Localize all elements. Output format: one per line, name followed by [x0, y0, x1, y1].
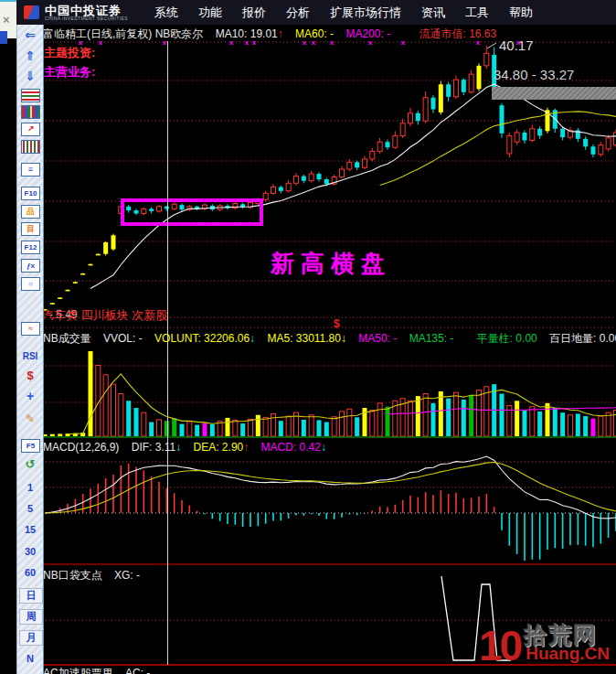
menu-news[interactable]: 资讯 — [421, 5, 445, 21]
volume-bar — [248, 419, 252, 436]
menu-help[interactable]: 帮助 — [509, 5, 533, 21]
volume-bar — [256, 415, 260, 436]
broker-name-en: CHINA INVESTMENT SECURITIES — [45, 16, 128, 21]
pocket-indicator-name[interactable]: NB口袋支点 — [43, 569, 102, 582]
candle — [88, 264, 92, 266]
stock-name[interactable]: 富临精工(日线,前复权) NB欧奈尔 — [43, 27, 203, 40]
menu-quotes[interactable]: 报价 — [242, 5, 266, 21]
f10-icon[interactable]: F10 — [21, 187, 40, 200]
volume-bar — [439, 391, 443, 436]
volume-indicator-name[interactable]: NB成交量 — [43, 332, 91, 345]
candle — [309, 174, 313, 181]
market-cap-value: 流通市值: 16.63 — [419, 27, 496, 40]
candle — [423, 98, 428, 122]
volume-bar — [225, 418, 229, 436]
volume-bar — [126, 401, 131, 436]
period-15[interactable]: 15 — [19, 522, 41, 538]
volume-bar — [179, 424, 184, 436]
site-watermark: 10 拾荒网 Huang.CN — [479, 620, 616, 674]
down-arrow-icon: ↓ — [321, 441, 326, 454]
fx-icon[interactable]: ƒx — [21, 259, 40, 273]
volume-bar — [423, 394, 428, 437]
down-arrow-icon: ↓ — [341, 332, 346, 345]
volume-bar — [469, 395, 473, 436]
panel-handle[interactable] — [0, 31, 7, 44]
menu-system[interactable]: 系统 — [154, 5, 178, 21]
sector-tags-label[interactable]: 汽车类 四川板块 次新股 — [42, 307, 167, 324]
pages-icon[interactable]: ≡ — [21, 163, 40, 177]
ac-indicator-name[interactable]: AC加速股票甩 — [43, 667, 113, 674]
down-arrow-icon[interactable]: ⇓ — [19, 69, 41, 84]
candle — [324, 179, 329, 184]
candle — [271, 187, 275, 194]
volume-bar — [195, 425, 199, 436]
dollar-marker: $ — [334, 317, 340, 330]
candle — [347, 162, 352, 169]
volume-bar — [187, 422, 192, 436]
volume-bar — [240, 423, 245, 436]
candle — [408, 113, 412, 123]
close-icon[interactable]: × — [3, 13, 10, 27]
vvol-value: VVOL: - — [103, 332, 143, 345]
period-month[interactable]: 月 — [19, 630, 43, 646]
quote-grid-icon[interactable] — [21, 105, 40, 119]
menu-function[interactable]: 功能 — [198, 5, 222, 21]
volume-bar — [599, 416, 603, 436]
candle — [126, 207, 131, 210]
watermark-number: 10 — [479, 620, 520, 674]
watermark-domain: Huang.CN — [526, 644, 610, 664]
volume-bar — [50, 434, 55, 436]
circle-icon[interactable]: ○ — [21, 277, 40, 291]
move-icon[interactable]: + — [19, 389, 41, 404]
macd-indicator-name[interactable]: MACD(12,26,9) — [43, 441, 119, 454]
doc-icon[interactable]: 目 — [21, 222, 40, 236]
candle — [293, 177, 298, 184]
flat-volume-value: 平量柱: 0.00 — [477, 332, 537, 345]
candle — [149, 209, 154, 211]
volume-bar — [499, 394, 504, 437]
period-60[interactable]: 60 — [19, 565, 41, 581]
menu-analysis[interactable]: 分析 — [286, 5, 310, 21]
volume-bar — [309, 415, 313, 436]
candle — [286, 183, 291, 191]
pencil-icon[interactable]: ✎ — [19, 412, 41, 427]
candle — [362, 159, 366, 167]
volume-bar — [430, 403, 435, 436]
volume-bar — [553, 408, 558, 436]
back-arrow-icon[interactable]: ⇐ — [19, 27, 41, 43]
up-arrow-icon[interactable]: ⇑ — [19, 48, 41, 64]
volume-pane-header: NB成交量 VVOL: - VOLUNT: 32206.06↓ MA5: 330… — [43, 331, 616, 347]
menu-tools[interactable]: 工具 — [465, 5, 489, 21]
candle — [560, 129, 565, 137]
vol-ma135-value: MA135: - — [409, 332, 454, 345]
ac-value: AC: - — [125, 667, 150, 674]
period-week[interactable]: 周 — [19, 609, 43, 625]
refresh-icon[interactable]: ↺ — [19, 457, 41, 473]
menu-extended-market[interactable]: 扩展市场行情 — [330, 5, 401, 21]
menu-bar: 中国中投证券 CHINA INVESTMENT SECURITIES 系统 功能… — [16, 0, 616, 25]
candle — [80, 273, 85, 275]
period-day[interactable]: 日 — [19, 588, 43, 604]
xg-value: XG: - — [114, 569, 140, 582]
dollar-icon[interactable]: $ — [19, 369, 41, 384]
candle — [507, 135, 512, 154]
volume-bar — [302, 420, 306, 436]
candle — [385, 142, 389, 147]
period-1[interactable]: 1 — [19, 480, 41, 496]
period-5[interactable]: 5 — [19, 501, 41, 517]
org-icon[interactable]: 品 — [21, 205, 40, 219]
volume-bar — [142, 412, 146, 436]
f5-icon[interactable]: F5 — [21, 439, 40, 453]
period-n[interactable]: N — [19, 651, 41, 667]
report-icon[interactable] — [21, 89, 40, 102]
trend-line-icon[interactable]: ↗ — [21, 123, 40, 136]
period-30[interactable]: 30 — [19, 544, 41, 560]
wave-icon[interactable]: ≈ — [21, 322, 40, 336]
kline-icon[interactable] — [21, 140, 40, 154]
volume-bar — [172, 419, 176, 436]
volume-bar — [355, 417, 359, 436]
f12-icon[interactable]: F12 — [21, 241, 40, 254]
rsi-button[interactable]: RSI — [19, 349, 41, 365]
volume-bar — [408, 401, 412, 436]
candle — [355, 162, 359, 167]
